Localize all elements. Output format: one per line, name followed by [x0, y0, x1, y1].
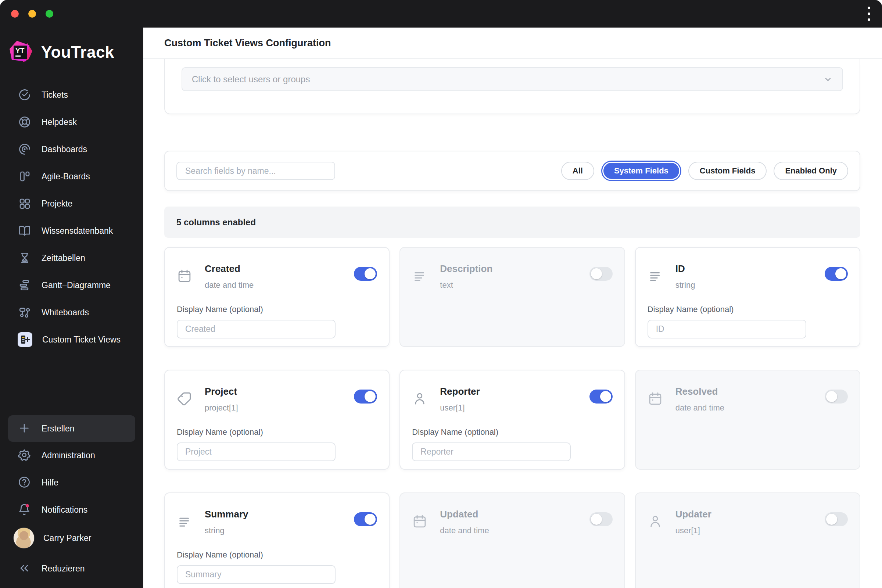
- users-groups-select-placeholder: Click to select users or groups: [192, 74, 310, 84]
- hourglass-icon: [18, 251, 32, 265]
- window-titlebar: [0, 0, 882, 28]
- sidebar-item-label: Agile-Boards: [42, 172, 90, 182]
- book-open-icon: [18, 224, 32, 238]
- tag-icon: [177, 391, 192, 406]
- sidebar-item-administration[interactable]: Administration: [0, 442, 143, 469]
- sidebar-item-custom-ticket-views[interactable]: Custom Ticket Views: [0, 326, 143, 353]
- sidebar-item-label: Notifications: [42, 505, 87, 515]
- sidebar: YT YouTrack Tickets Helpdes: [0, 28, 143, 588]
- field-type: date and time: [205, 280, 254, 290]
- field-card-resolved: Resolved date and time: [635, 370, 860, 470]
- field-title: Resolved: [675, 386, 724, 397]
- display-name-input-created[interactable]: [177, 320, 336, 339]
- columns-summary-bar: 5 columns enabled: [164, 207, 860, 238]
- sidebar-item-projekte[interactable]: Projekte: [0, 190, 143, 217]
- field-toggle-reporter[interactable]: [590, 390, 613, 404]
- field-toggle-resolved[interactable]: [825, 390, 848, 404]
- filter-custom-fields-button[interactable]: Custom Fields: [688, 162, 767, 180]
- avatar: [13, 527, 34, 549]
- users-groups-select[interactable]: Click to select users or groups: [182, 67, 843, 91]
- sidebar-item-helpdesk[interactable]: Helpdesk: [0, 108, 143, 136]
- field-toggle-updated[interactable]: [590, 512, 613, 526]
- gear-icon: [18, 448, 32, 462]
- search-input[interactable]: [176, 162, 335, 180]
- logo-wordmark: YouTrack: [41, 43, 114, 62]
- field-toggle-created[interactable]: [354, 267, 377, 281]
- display-name-label: Display Name (optional): [177, 304, 377, 314]
- sidebar-item-zeittabellen[interactable]: Zeittabellen: [0, 244, 143, 272]
- sidebar-item-notifications[interactable]: Notifications: [0, 496, 143, 524]
- field-card-description: Description text: [399, 247, 625, 347]
- field-type: project[1]: [205, 403, 238, 413]
- collapse-sidebar-button[interactable]: Reduzieren: [0, 555, 143, 582]
- calendar-icon: [177, 268, 192, 284]
- sidebar-item-dashboards[interactable]: Dashboards: [0, 136, 143, 163]
- kebab-menu-icon[interactable]: [866, 4, 873, 23]
- field-card-grid: Created date and time Display Name (opti…: [164, 247, 860, 588]
- field-title: Created: [205, 263, 254, 274]
- main-panel: Custom Ticket Views Configuration Click …: [143, 28, 882, 588]
- field-type: user[1]: [675, 526, 711, 536]
- text-lines-icon: [648, 268, 663, 284]
- page-title: Custom Ticket Views Configuration: [164, 38, 331, 49]
- display-name-label: Display Name (optional): [648, 304, 848, 314]
- sidebar-item-wissensdatenbank[interactable]: Wissensdatenbank: [0, 217, 143, 244]
- sidebar-item-hilfe[interactable]: Hilfe: [0, 469, 143, 496]
- sidebar-item-whiteboards[interactable]: Whiteboards: [0, 299, 143, 326]
- sidebar-footer: Erstellen Administration Hilfe: [0, 415, 143, 588]
- sidebar-item-label: Hilfe: [42, 478, 58, 488]
- traffic-lights: [11, 10, 53, 18]
- field-title: Project: [205, 386, 238, 397]
- youtrack-logo-icon: YT: [9, 40, 33, 64]
- grid-icon: [18, 196, 32, 211]
- field-toggle-project[interactable]: [354, 390, 377, 404]
- user-icon: [648, 514, 663, 529]
- display-name-input-summary[interactable]: [177, 565, 336, 584]
- field-card-reporter: Reporter user[1] Display Name (optional): [399, 370, 625, 470]
- create-button[interactable]: Erstellen: [8, 415, 135, 442]
- page-content: Click to select users or groups All Syst…: [143, 59, 882, 588]
- filter-system-fields-button[interactable]: System Fields: [602, 162, 680, 180]
- display-name-input-reporter[interactable]: [412, 442, 571, 461]
- field-card-project: Project project[1] Display Name (optiona…: [164, 370, 390, 470]
- field-toggle-id[interactable]: [825, 267, 848, 281]
- field-type: text: [440, 280, 492, 290]
- svg-text:YT: YT: [15, 46, 25, 54]
- user-name: Carry Parker: [44, 533, 91, 543]
- sidebar-item-label: Whiteboards: [42, 308, 89, 318]
- filter-enabled-only-button[interactable]: Enabled Only: [774, 162, 848, 180]
- sidebar-item-agile-boards[interactable]: Agile-Boards: [0, 163, 143, 190]
- field-card-id: ID string Display Name (optional): [635, 247, 860, 347]
- gauge-spiral-icon: [18, 142, 32, 156]
- field-toggle-description[interactable]: [590, 267, 613, 281]
- filter-all-button[interactable]: All: [561, 162, 594, 180]
- field-card-summary: Summary string Display Name (optional): [164, 492, 390, 588]
- sidebar-item-label: Wissensdatenbank: [42, 226, 113, 236]
- page-header: Custom Ticket Views Configuration: [143, 28, 882, 59]
- zoom-window-button[interactable]: [46, 10, 53, 18]
- field-card-created: Created date and time Display Name (opti…: [164, 247, 390, 347]
- display-name-label: Display Name (optional): [177, 428, 377, 437]
- chevrons-left-icon: [18, 561, 32, 576]
- custom-ticket-views-icon: [18, 332, 32, 347]
- sidebar-item-gantt-diagramme[interactable]: Gantt–Diagramme: [0, 272, 143, 299]
- create-button-label: Erstellen: [42, 424, 74, 434]
- chevron-down-icon: [823, 75, 833, 84]
- user-profile[interactable]: Carry Parker: [0, 524, 143, 553]
- sidebar-item-label: Zeittabellen: [42, 253, 85, 263]
- display-name-input-project[interactable]: [177, 442, 336, 461]
- field-type: user[1]: [440, 403, 480, 413]
- field-toggle-updater[interactable]: [825, 512, 848, 526]
- display-name-input-id[interactable]: [648, 320, 806, 339]
- field-type: string: [205, 526, 248, 536]
- sidebar-item-label: Custom Ticket Views: [42, 335, 120, 345]
- sidebar-item-label: Projekte: [42, 199, 72, 209]
- bell-icon: [18, 503, 32, 517]
- filter-buttons: All System Fields Custom Fields Enabled …: [561, 162, 848, 180]
- field-toggle-summary[interactable]: [354, 512, 377, 526]
- columns-summary-text: 5 columns enabled: [176, 217, 256, 228]
- minimize-window-button[interactable]: [28, 10, 36, 18]
- sidebar-item-label: Helpdesk: [42, 117, 77, 127]
- close-window-button[interactable]: [11, 10, 19, 18]
- sidebar-item-tickets[interactable]: Tickets: [0, 81, 143, 108]
